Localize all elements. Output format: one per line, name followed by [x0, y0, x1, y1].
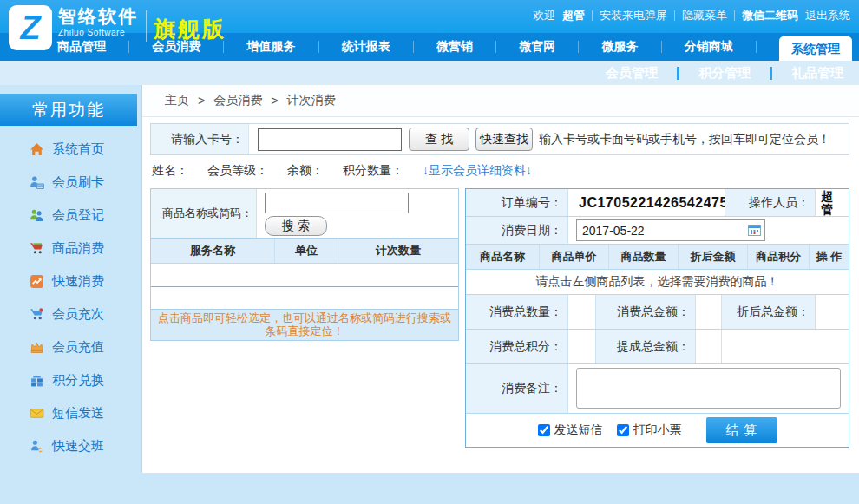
order-no-value: JC1705221426542475	[568, 189, 725, 216]
divider	[578, 41, 579, 53]
order-no-label: 订单编号：	[466, 189, 568, 216]
breadcrumb-member-consume[interactable]: 会员消费	[213, 93, 262, 108]
card-number-input[interactable]	[258, 128, 402, 151]
column-operation: 操 作	[810, 245, 849, 269]
divider	[592, 10, 593, 21]
wechat-qr-link[interactable]: 微信二维码	[742, 8, 798, 23]
subnav-member-manage[interactable]: 会员管理	[606, 65, 658, 82]
order-panel: 订单编号： JC1705221426542475 操作人员： 超管 消费日期： …	[465, 188, 849, 448]
member-level-label: 会员等级：	[207, 163, 268, 179]
send-sms-label: 发送短信	[554, 422, 603, 438]
product-panel-hint: 点击商品即可轻松选定，也可以通过名称或简码进行搜索或条码直接定位！	[151, 310, 458, 340]
sidebar-item-points-exchange[interactable]: 积分兑换	[30, 363, 141, 396]
nav-item-micro-service[interactable]: 微服务	[602, 39, 639, 55]
divider	[674, 10, 675, 21]
sidebar-item-sms-send[interactable]: 短信发送	[30, 396, 141, 429]
remark-textarea[interactable]	[576, 368, 841, 409]
service-table-empty-row	[151, 287, 458, 310]
divider	[495, 41, 496, 53]
breadcrumb-home[interactable]: 主页	[165, 93, 189, 108]
print-ticket-label: 打印小票	[633, 422, 682, 438]
divider	[734, 10, 735, 21]
sms-envelope-icon	[30, 406, 44, 421]
breadcrumb-separator: >	[271, 94, 278, 108]
nav-item-micro-marketing[interactable]: 微营销	[436, 39, 473, 55]
shift-change-icon	[30, 439, 44, 454]
nav-item-reports[interactable]: 统计报表	[342, 39, 390, 55]
product-search-input[interactable]	[265, 193, 409, 213]
nav-item-distribution-mall[interactable]: 分销商城	[685, 39, 733, 55]
sidebar: 常用功能 系统首页 会员刷卡 会员登记 商品消费 快速消费	[0, 85, 141, 473]
order-empty-message: 请点击左侧商品列表，选择需要消费的商品！	[466, 270, 849, 295]
sidebar-item-quick-shift[interactable]: 快速交班	[30, 429, 141, 462]
admin-user-link[interactable]: 超管	[562, 8, 585, 23]
subnav-points-manage[interactable]: 积分管理	[698, 65, 751, 82]
print-ticket-checkbox[interactable]	[617, 424, 629, 436]
nav-item-micro-site[interactable]: 微官网	[519, 39, 555, 55]
member-points-label: 积分数量：	[343, 163, 403, 179]
sidebar-title: 常用功能	[0, 94, 137, 126]
member-balance-label: 余额：	[287, 163, 324, 179]
show-member-detail-link[interactable]: ↓显示会员详细资料↓	[423, 163, 532, 179]
search-hint-text: 输入卡号或卡面号码或手机号，按回车即可定位会员！	[539, 132, 830, 147]
sidebar-item-home[interactable]: 系统首页	[30, 133, 141, 166]
total-amount-value	[696, 295, 722, 329]
total-discount-label: 折后总金额：	[722, 295, 816, 329]
column-goods-qty: 商品数量	[609, 245, 679, 269]
checkout-button[interactable]: 结算	[706, 417, 777, 443]
logout-link[interactable]: 退出系统	[805, 8, 850, 23]
divider	[661, 41, 662, 53]
crown-icon	[30, 340, 44, 355]
brand-subtitle: Zhiluo Software	[58, 28, 138, 37]
send-sms-option[interactable]: 发送短信	[538, 422, 603, 438]
member-name-label: 姓名：	[152, 163, 188, 179]
find-button[interactable]: 查 找	[409, 128, 469, 151]
product-list-panel: 商品名称或简码： 搜 索 服务名称 单位 计次数量 点击商品即可轻松选定，也可以…	[150, 188, 459, 341]
card-number-label: 请输入卡号：	[151, 124, 249, 154]
sidebar-item-member-recharge[interactable]: 会员充值	[30, 331, 141, 363]
cart-icon	[30, 241, 44, 256]
card-search-panel: 请输入卡号： 查 找 快速查找 输入卡号或卡面号码或手机号，按回车即可定位会员！	[150, 123, 849, 155]
sidebar-item-goods-consume[interactable]: 商品消费	[30, 232, 141, 265]
total-points-value	[568, 330, 596, 363]
divider	[756, 41, 757, 53]
service-table-empty-row	[151, 264, 458, 287]
member-card-icon	[30, 175, 44, 190]
operator-label: 操作人员：	[725, 189, 816, 216]
hide-menu-link[interactable]: 隐藏菜单	[682, 8, 727, 23]
divider	[677, 67, 679, 80]
remark-label: 消费备注：	[466, 364, 568, 413]
nav-item-system-manage[interactable]: 系统管理	[779, 36, 852, 61]
install-popup-link[interactable]: 安装来电弹屏	[600, 8, 667, 23]
sidebar-item-member-swipe[interactable]: 会员刷卡	[30, 166, 141, 199]
breadcrumb-count-consume[interactable]: 计次消费	[286, 93, 335, 108]
column-unit: 单位	[275, 239, 338, 263]
top-links: 欢迎 超管 安装来电弹屏 隐藏菜单 微信二维码 退出系统	[533, 8, 850, 23]
app-logo: Z 智络软件 Zhiluo Software 旗舰版	[9, 5, 226, 50]
member-info-row: 姓名： 会员等级： 余额： 积分数量： ↓显示会员详细资料↓	[142, 155, 859, 186]
product-search-button[interactable]: 搜 索	[265, 216, 327, 236]
subnav-gift-manage[interactable]: 礼品管理	[791, 65, 843, 82]
divider	[146, 10, 147, 42]
send-sms-checkbox[interactable]	[538, 424, 550, 436]
calendar-icon[interactable]	[748, 225, 761, 236]
print-ticket-option[interactable]: 打印小票	[617, 422, 682, 438]
divider	[770, 67, 772, 80]
operator-value: 超管	[816, 189, 849, 216]
column-goods-price: 商品单价	[540, 245, 609, 269]
total-discount-value	[816, 295, 849, 329]
quick-find-button[interactable]: 快速查找	[475, 128, 533, 151]
divider	[318, 41, 319, 53]
sidebar-item-quick-consume[interactable]: 快速消费	[30, 265, 141, 298]
sidebar-item-member-register[interactable]: 会员登记	[30, 199, 141, 232]
column-goods-points: 商品积分	[748, 245, 810, 269]
member-register-icon	[30, 208, 44, 223]
divider	[413, 41, 414, 53]
consume-date-input[interactable]: 2017-05-22	[576, 219, 765, 241]
breadcrumb: 主页 > 会员消费 > 计次消费	[142, 85, 859, 117]
welcome-label: 欢迎	[533, 8, 555, 23]
column-goods-name: 商品名称	[466, 245, 540, 269]
sidebar-item-member-recharge-times[interactable]: 会员充次	[30, 298, 141, 331]
nav-item-value-added[interactable]: 增值服务	[247, 39, 296, 55]
total-commission-label: 提成总金额：	[596, 330, 696, 363]
